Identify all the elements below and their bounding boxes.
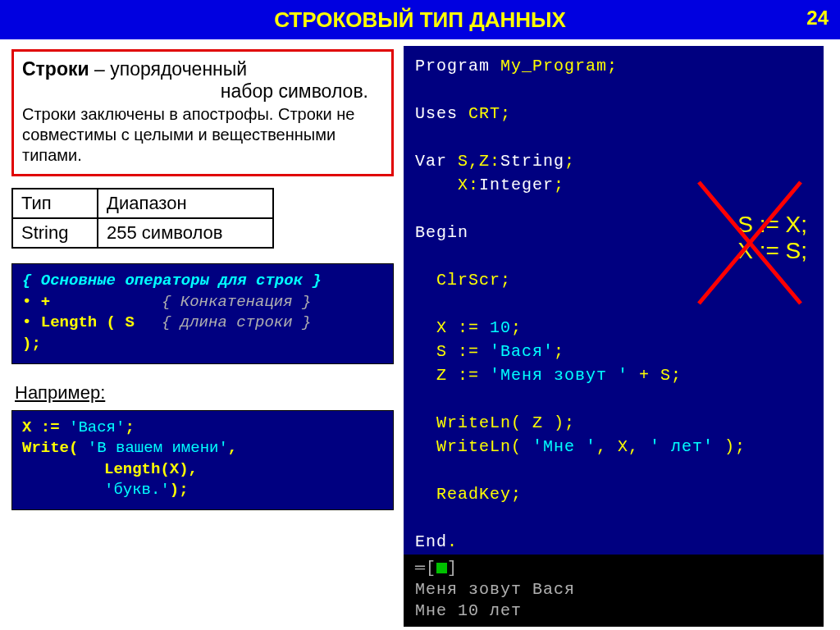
pascal-code-panel: Program My_Program; Uses CRT; Var S,Z:St… [404,46,824,555]
example-line3: Length(X), [22,459,383,481]
code-line-readkey: ReadKey; [415,482,820,506]
content-area: Строки – упорядоченный набор символов. С… [0,39,840,627]
example-code-box: X := 'Вася'; Write( 'В вашем имени', Len… [11,410,394,511]
definition-line2: набор символов. [22,80,383,103]
code-line-x: X := 10; [415,316,820,340]
definition-term: Строки [22,58,89,80]
definition-box: Строки – упорядоченный набор символов. С… [11,49,394,176]
operator-row-concat: • + { Конкатенация } [22,292,383,313]
slide-title: СТРОКОВЫЙ ТИП ДАННЫХ [274,7,566,33]
operator-length: • Length ( S ); [22,313,162,354]
output-line2: Мне 10 лет [415,600,824,622]
operator-plus: • + [22,292,162,313]
program-output: ═[] Меня зовут Вася Мне 10 лет [404,555,824,627]
output-line1: Меня зовут Вася [415,579,824,600]
operators-box: { Основные операторы для строк } • + { К… [11,263,394,364]
example-line2: Write( 'В вашем имени', [22,438,383,459]
definition-sub: Строки заключены в апострофы. Строки не … [22,104,383,166]
cursor-icon [436,563,447,573]
right-column: Program My_Program; Uses CRT; Var S,Z:St… [402,39,829,627]
code-line-clrscr: ClrScr; [415,268,820,292]
table-header-type: Тип [12,189,98,218]
output-prompt: ═[] [415,558,824,579]
code-line-uses: Uses CRT; [415,102,820,126]
type-range-table: Тип Диапазон String 255 символов [11,188,274,249]
definition-line1: Строки – упорядоченный [22,58,383,80]
code-line-var2: X:Integer; [415,173,820,197]
code-line-z: Z := 'Меня зовут ' + S; [415,363,820,387]
example-line4: 'букв.'); [22,480,383,501]
example-heading: Например: [15,382,394,404]
code-line-end: End. [415,530,820,554]
wrong-assignments: S := X; X := S; [737,212,807,264]
code-line-program: Program My_Program; [415,54,820,78]
code-line-s: S := 'Вася'; [415,340,820,363]
operator-row-length: • Length ( S ); { длина строки } [22,313,383,354]
left-column: Строки – упорядоченный набор символов. С… [0,39,402,627]
operator-length-comment: { длина строки } [162,313,311,354]
wrong-line2: X := S; [737,238,807,264]
operator-plus-comment: { Конкатенация } [162,292,311,313]
example-line1: X := 'Вася'; [22,418,383,439]
table-cell-type: String [12,218,98,248]
code-line-var1: Var S,Z:String; [415,149,820,173]
table-cell-range: 255 символов [98,218,273,248]
wrong-line1: S := X; [737,212,807,238]
table-header-range: Диапазон [98,189,273,218]
code-line-writeln2: WriteLn( 'Мне ', X, ' лет' ); [415,435,820,459]
page-number: 24 [806,7,829,30]
operators-title: { Основные операторы для строк } [22,271,383,292]
slide-header: СТРОКОВЫЙ ТИП ДАННЫХ 24 [0,0,840,39]
code-line-writeln1: WriteLn( Z ); [415,411,820,435]
